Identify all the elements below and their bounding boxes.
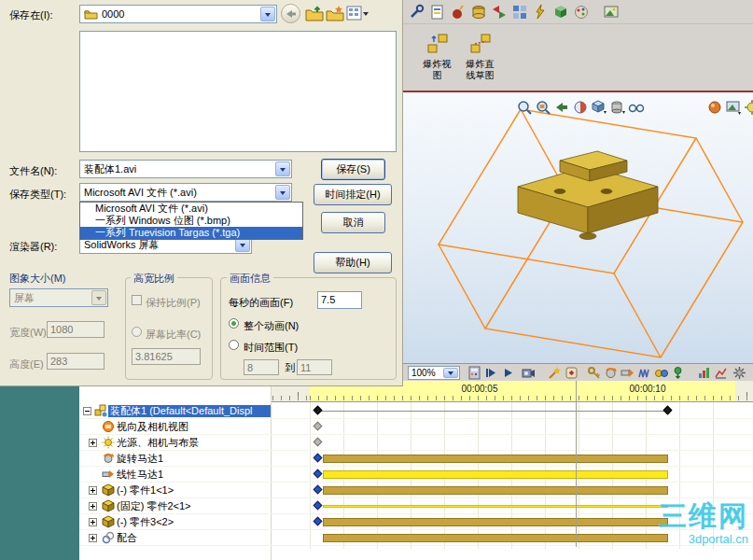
expand-expander[interactable] bbox=[89, 534, 97, 542]
dropdown-option-avi[interactable]: Microsoft AVI 文件 (*.avi) bbox=[80, 203, 302, 215]
timeline-zoom-combo[interactable]: 100% bbox=[408, 366, 460, 380]
motor-icon[interactable] bbox=[604, 366, 619, 380]
study-properties-icon[interactable] bbox=[732, 366, 747, 380]
previous-view-icon[interactable] bbox=[553, 99, 570, 116]
apply-scene-icon[interactable] bbox=[725, 99, 742, 116]
play-icon[interactable] bbox=[501, 366, 516, 380]
hide-show-icon[interactable] bbox=[628, 99, 645, 116]
save-type-dropdown-arrow[interactable] bbox=[275, 185, 290, 200]
keyframe-blue[interactable] bbox=[314, 454, 323, 463]
cancel-button[interactable]: 取消 bbox=[321, 212, 385, 233]
wrench-icon[interactable] bbox=[408, 3, 426, 21]
save-in-combo[interactable]: 0000 bbox=[79, 5, 277, 23]
fps-field[interactable]: 7.5 bbox=[317, 291, 362, 309]
timeline-bar-linear-motor[interactable] bbox=[323, 470, 668, 479]
calculate-icon[interactable] bbox=[467, 366, 482, 380]
tree-row-rotary-motor[interactable]: 旋转马达1 bbox=[79, 451, 753, 467]
keyframe-blue[interactable] bbox=[314, 469, 323, 479]
bomb-icon[interactable] bbox=[449, 3, 467, 21]
time-range-radio[interactable] bbox=[229, 340, 239, 350]
up-folder-button[interactable] bbox=[305, 5, 324, 24]
entire-animation-radio[interactable] bbox=[229, 318, 239, 329]
file-list[interactable] bbox=[79, 31, 397, 152]
autokey-icon[interactable] bbox=[565, 366, 579, 380]
keyframe-blue[interactable] bbox=[314, 517, 323, 526]
keyframe-blue[interactable] bbox=[314, 501, 323, 511]
expand-expander[interactable] bbox=[89, 502, 97, 511]
exploded-view-icon bbox=[425, 31, 450, 57]
add-key-icon[interactable] bbox=[587, 366, 602, 380]
tree-row-assembly[interactable]: 装配体1 (Default<Default_Displ bbox=[79, 403, 753, 419]
section-view-icon[interactable] bbox=[572, 99, 589, 116]
keyframe-blue[interactable] bbox=[314, 485, 323, 495]
zoom-dropdown-arrow[interactable] bbox=[443, 368, 458, 378]
keyframe-gray[interactable] bbox=[314, 422, 323, 431]
expand-expander[interactable] bbox=[89, 518, 97, 526]
display-style-icon[interactable] bbox=[609, 99, 626, 116]
save-type-combo[interactable]: Microsoft AVI 文件 (*.avi) bbox=[79, 183, 292, 202]
view-menu-button[interactable] bbox=[346, 5, 370, 24]
tree-label-part2[interactable]: (固定) 零件2<1> bbox=[117, 500, 266, 512]
palette-icon[interactable] bbox=[572, 3, 591, 21]
tree-label-lights[interactable]: 光源、相机与布景 bbox=[117, 437, 266, 449]
expand-expander[interactable] bbox=[89, 486, 97, 495]
save-in-dropdown-arrow[interactable] bbox=[260, 7, 275, 21]
keyframe-start[interactable] bbox=[314, 406, 323, 415]
timeline-bar-part1[interactable] bbox=[323, 486, 668, 495]
linear-motor-icon[interactable] bbox=[621, 366, 635, 380]
keyframe-gray[interactable] bbox=[314, 438, 323, 447]
swap-arrows-icon[interactable] bbox=[490, 3, 509, 21]
dropdown-option-bmp[interactable]: 一系列 Windows 位图 (*.bmp) bbox=[80, 215, 302, 227]
animation-wizard-icon[interactable] bbox=[548, 366, 563, 380]
tree-label-part1[interactable]: (-) 零件1<1> bbox=[117, 484, 266, 497]
tree-row-part1[interactable]: (-) 零件1<1> bbox=[79, 483, 753, 498]
motion-graph-icon[interactable] bbox=[714, 366, 729, 380]
tree-label-part3[interactable]: (-) 零件3<2> bbox=[117, 516, 266, 528]
zoom-area-icon[interactable] bbox=[535, 99, 551, 116]
play-from-start-icon[interactable] bbox=[484, 366, 499, 380]
tree-label-mates[interactable]: 配合 bbox=[117, 532, 266, 544]
results-chart-icon[interactable] bbox=[697, 366, 712, 380]
edit-appearance-icon[interactable] bbox=[706, 99, 723, 116]
save-button[interactable]: 保存(S) bbox=[321, 159, 385, 180]
back-button[interactable] bbox=[281, 4, 300, 23]
schedule-button[interactable]: 时间排定(H) bbox=[314, 184, 392, 205]
contact-icon[interactable] bbox=[654, 366, 669, 380]
dropdown-option-tga-selected[interactable]: 一系列 Truevision Targas (*.tga) bbox=[80, 227, 302, 239]
tree-row-lights[interactable]: 光源、相机与布景 bbox=[79, 435, 753, 451]
gravity-icon[interactable] bbox=[671, 366, 686, 380]
timeline-time-cursor[interactable] bbox=[576, 381, 577, 547]
help-button[interactable]: 帮助(H) bbox=[314, 252, 392, 273]
watermark: 三维网 3dportal.cn bbox=[644, 500, 748, 547]
tree-label-camera-views[interactable]: 视向及相机视图 bbox=[117, 421, 266, 433]
save-animation-icon[interactable] bbox=[522, 366, 537, 380]
tree-label-assembly[interactable]: 装配体1 (Default<Default_Displ bbox=[108, 405, 271, 417]
tree-label-linear-motor[interactable]: 线性马达1 bbox=[117, 469, 266, 481]
tree-row-camera-views[interactable]: 视向及相机视图 bbox=[79, 419, 753, 435]
image-icon[interactable] bbox=[602, 3, 621, 21]
timeline-bar-part2[interactable] bbox=[323, 505, 668, 508]
view-settings-icon[interactable] bbox=[744, 99, 753, 116]
tree-row-linear-motor[interactable]: 线性马达1 bbox=[79, 467, 753, 483]
time-range-label: 时间范围(T) bbox=[244, 341, 298, 355]
spring-icon[interactable] bbox=[637, 366, 652, 380]
timeline-bar-mates[interactable] bbox=[323, 534, 668, 542]
file-name-dropdown-arrow[interactable] bbox=[275, 161, 290, 176]
timeline-bar-rotary-motor[interactable] bbox=[323, 455, 668, 463]
pattern-grid-icon[interactable] bbox=[510, 3, 529, 21]
cube-icon[interactable] bbox=[551, 3, 570, 21]
exploded-view-button[interactable]: 爆炸视图 bbox=[417, 28, 457, 88]
new-folder-button[interactable] bbox=[326, 5, 344, 24]
view-orientation-icon[interactable] bbox=[591, 99, 607, 116]
explode-line-sketch-button[interactable]: 爆炸直线草图 bbox=[460, 28, 500, 88]
tree-label-rotary-motor[interactable]: 旋转马达1 bbox=[117, 453, 266, 465]
lightning-icon[interactable] bbox=[531, 3, 550, 21]
expand-expander[interactable] bbox=[89, 439, 97, 447]
collapse-expander[interactable] bbox=[83, 407, 91, 415]
document-icon[interactable] bbox=[428, 3, 447, 21]
file-name-combo[interactable]: 装配体1.avi bbox=[79, 160, 292, 178]
keyframe-end[interactable] bbox=[663, 406, 673, 415]
timeline-bar-part3[interactable] bbox=[323, 518, 668, 526]
database-icon[interactable] bbox=[469, 3, 488, 21]
zoom-fit-icon[interactable] bbox=[516, 99, 533, 116]
